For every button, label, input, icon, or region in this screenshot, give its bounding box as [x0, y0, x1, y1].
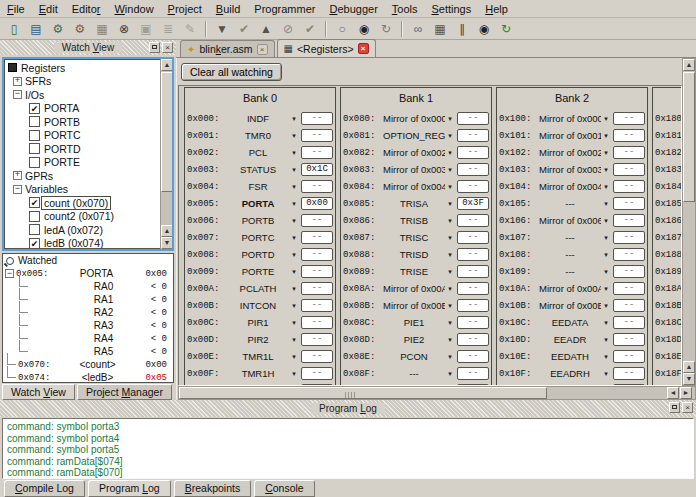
run-checks-icon[interactable]: ✔	[300, 19, 320, 38]
dropdown-arrow-icon[interactable]: ▾	[289, 336, 299, 344]
tree-item[interactable]: −I/Os	[5, 88, 171, 102]
dropdown-arrow-icon[interactable]: ▾	[601, 302, 611, 310]
stop-icon[interactable]: ◉	[474, 19, 494, 38]
stop-build-icon[interactable]: ⊗	[114, 19, 134, 38]
menu-window[interactable]: Window	[107, 2, 160, 16]
checkbox[interactable]	[29, 143, 40, 154]
tree-item[interactable]: PORTE	[5, 156, 171, 170]
collapse-icon[interactable]: −	[13, 185, 22, 194]
tab-project-manager[interactable]: Project Manager	[77, 384, 172, 400]
expand-icon[interactable]: +	[13, 77, 22, 86]
register-value-field[interactable]: --	[457, 282, 489, 295]
erase-device-icon[interactable]: ▦	[92, 19, 112, 38]
dropdown-arrow-icon[interactable]: ▾	[289, 200, 299, 208]
dropdown-arrow-icon[interactable]: ▾	[601, 251, 611, 259]
program-log-output[interactable]: command: symbol porta3command: symbol po…	[2, 418, 694, 479]
register-value-field[interactable]: 0x3F	[457, 197, 489, 210]
dropdown-arrow-icon[interactable]: ▾	[601, 370, 611, 378]
probe-icon[interactable]: ✎	[180, 19, 200, 38]
register-value-field[interactable]: --	[301, 316, 333, 329]
register-value-field[interactable]: --	[301, 248, 333, 261]
register-value-field[interactable]: --	[301, 333, 333, 346]
dropdown-arrow-icon[interactable]: ▾	[289, 268, 299, 276]
register-value-field[interactable]: 0x00	[301, 197, 333, 210]
dropdown-arrow-icon[interactable]: ▾	[289, 353, 299, 361]
tree-item[interactable]: Registers	[5, 61, 171, 75]
tree-item[interactable]: ✔ledB (0x074)	[5, 237, 171, 250]
scroll-down-icon[interactable]: ▼	[683, 373, 695, 385]
dropdown-arrow-icon[interactable]: ▾	[601, 285, 611, 293]
register-value-field[interactable]: --	[613, 163, 645, 176]
register-value-field[interactable]: --	[301, 299, 333, 312]
tree-item[interactable]: ✔count (0x070)	[5, 196, 171, 210]
register-value-field[interactable]: --	[457, 333, 489, 346]
tree-item[interactable]: ✔PORTA	[5, 102, 171, 116]
watched-row[interactable]: 0x070:<count>0x00	[3, 358, 173, 371]
detach-icon[interactable]	[149, 42, 160, 53]
dropdown-arrow-icon[interactable]: ▾	[445, 302, 455, 310]
tab-watch-view[interactable]: Watch View	[2, 384, 75, 400]
scroll-up-icon[interactable]: ▲	[161, 225, 173, 237]
checkbox[interactable]	[29, 157, 40, 168]
checkbox[interactable]: ✔	[29, 103, 40, 114]
register-value-field[interactable]: --	[301, 146, 333, 159]
reload-icon[interactable]: ↻	[376, 19, 396, 38]
register-value-field[interactable]: --	[457, 316, 489, 329]
program-firmware-icon[interactable]: ▣	[136, 19, 156, 38]
watched-row[interactable]: RA5< 0	[3, 345, 173, 358]
register-value-field[interactable]: --	[613, 180, 645, 193]
dropdown-arrow-icon[interactable]: ▾	[601, 336, 611, 344]
dropdown-arrow-icon[interactable]: ▾	[601, 319, 611, 327]
close-tab-icon[interactable]: ×	[257, 44, 268, 55]
register-value-field[interactable]: --	[301, 265, 333, 278]
watched-root-row[interactable]: Watched	[3, 254, 173, 267]
dropdown-arrow-icon[interactable]: ▾	[445, 370, 455, 378]
close-icon[interactable]: ×	[162, 42, 173, 53]
register-value-field[interactable]: --	[613, 333, 645, 346]
register-value-field[interactable]: --	[301, 180, 333, 193]
dropdown-arrow-icon[interactable]: ▾	[445, 149, 455, 157]
watched-row[interactable]: 0x074:<ledB>0x05	[3, 371, 173, 383]
verify-device-icon[interactable]: ✔	[234, 19, 254, 38]
step-icon[interactable]: ≣	[158, 19, 178, 38]
program-log-titlebar[interactable]: Program Log ×	[0, 400, 696, 417]
checkbox[interactable]	[29, 130, 40, 141]
checkbox[interactable]: ✔	[29, 238, 40, 249]
register-value-field[interactable]: --	[613, 265, 645, 278]
register-value-field[interactable]: --	[457, 265, 489, 278]
expand-icon[interactable]: +	[13, 171, 22, 180]
register-value-field[interactable]: --	[457, 129, 489, 142]
new-file-icon[interactable]: ▯	[4, 19, 24, 38]
dropdown-arrow-icon[interactable]: ▾	[601, 217, 611, 225]
register-value-field[interactable]: --	[613, 282, 645, 295]
watched-row[interactable]: −0x005:PORTA0x00	[3, 267, 173, 280]
dropdown-arrow-icon[interactable]: ▾	[445, 234, 455, 242]
register-value-field[interactable]: --	[457, 146, 489, 159]
tree-item[interactable]: +SFRs	[5, 75, 171, 89]
menu-project[interactable]: Project	[161, 2, 209, 16]
register-value-field[interactable]: --	[457, 367, 489, 380]
dropdown-arrow-icon[interactable]: ▾	[289, 183, 299, 191]
dropdown-arrow-icon[interactable]: ▾	[601, 166, 611, 174]
register-value-field[interactable]: --	[301, 231, 333, 244]
open-file-icon[interactable]: ▤	[26, 19, 46, 38]
register-value-field[interactable]: --	[457, 350, 489, 363]
collapse-icon[interactable]: −	[13, 90, 22, 99]
scroll-right-icon[interactable]: ►	[680, 387, 692, 399]
close-tab-icon[interactable]: ×	[358, 43, 369, 54]
dropdown-arrow-icon[interactable]: ▾	[601, 115, 611, 123]
dropdown-arrow-icon[interactable]: ▾	[289, 285, 299, 293]
tree-item[interactable]: ledA (0x072)	[5, 223, 171, 237]
scroll-thumb[interactable]	[683, 72, 695, 202]
dropdown-arrow-icon[interactable]: ▾	[601, 149, 611, 157]
dropdown-arrow-icon[interactable]: ▾	[445, 336, 455, 344]
watched-row[interactable]: RA1< 0	[3, 293, 173, 306]
watched-row[interactable]: RA2< 0	[3, 306, 173, 319]
run-icon[interactable]: ○	[332, 19, 352, 38]
dropdown-arrow-icon[interactable]: ▾	[601, 353, 611, 361]
register-value-field[interactable]: --	[613, 299, 645, 312]
dropdown-arrow-icon[interactable]: ▾	[289, 302, 299, 310]
dropdown-arrow-icon[interactable]: ▾	[445, 115, 455, 123]
collapse-icon[interactable]: −	[5, 269, 14, 278]
scroll-thumb[interactable]	[161, 72, 173, 192]
